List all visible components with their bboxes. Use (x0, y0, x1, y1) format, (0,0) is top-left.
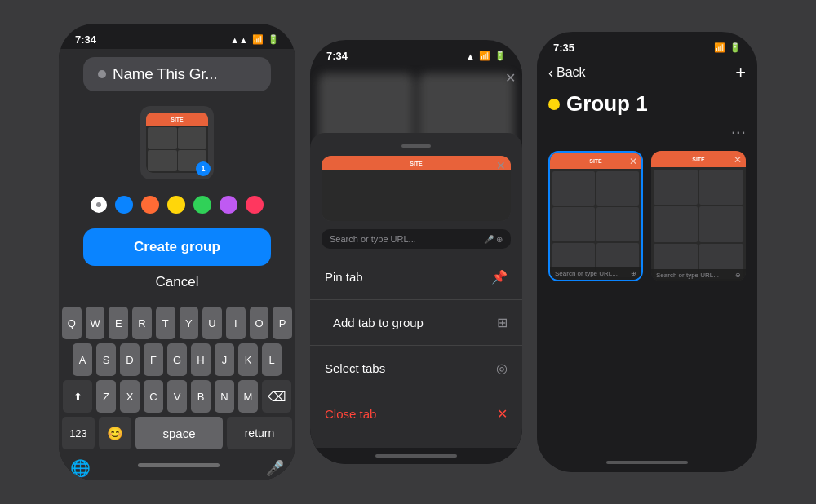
sheet-handle (401, 144, 431, 148)
keyboard-row-2: A S D F G H J K L (62, 343, 292, 376)
tab-card-1[interactable]: SITE Search or type URL... ⊕ ✕ (548, 151, 643, 281)
key-g[interactable]: G (167, 343, 187, 376)
more-options-button[interactable]: ··· (548, 122, 746, 143)
color-option-yellow[interactable] (167, 196, 185, 214)
key-return[interactable]: return (227, 417, 292, 449)
site-label: SITE (171, 117, 184, 122)
group-name-input[interactable]: Name This Gr... (83, 57, 271, 91)
home-bar-line-2 (375, 454, 457, 458)
add-button[interactable]: + (735, 62, 746, 83)
name-dot (98, 70, 106, 78)
key-w[interactable]: W (86, 307, 105, 339)
key-b[interactable]: B (191, 380, 211, 413)
key-x[interactable]: X (120, 380, 140, 413)
mic-icon[interactable]: 🎤 (266, 459, 284, 477)
tab2-close[interactable]: ✕ (734, 154, 742, 166)
menu-item-pin[interactable]: Pin tab 📌 (310, 259, 522, 294)
key-f[interactable]: F (144, 343, 163, 376)
url-bar[interactable]: Search or type URL... 🎤 ⊕ (322, 229, 511, 249)
key-delete[interactable]: ⌫ (262, 380, 291, 413)
select-icon: ◎ (496, 360, 508, 376)
signal-icon-1: ▲▲ (230, 35, 248, 45)
ctx-tab-header: SITE (322, 156, 511, 170)
close-tab-label: Close tab (325, 407, 376, 421)
key-c[interactable]: C (144, 380, 163, 413)
tab1-controls: ⊕ (631, 270, 636, 277)
globe-icon[interactable]: 🌐 (70, 458, 91, 478)
key-h[interactable]: H (191, 343, 211, 376)
key-shift[interactable]: ⬆ (63, 380, 92, 413)
key-space[interactable]: space (135, 417, 223, 449)
key-j[interactable]: J (215, 343, 234, 376)
key-e[interactable]: E (109, 307, 128, 339)
group-title: Group 1 (566, 91, 648, 117)
status-icons-2: ▲ 📶 🔋 (466, 51, 506, 61)
context-close-button[interactable]: ✕ (505, 70, 516, 86)
key-numbers[interactable]: 123 (62, 417, 95, 449)
home-bar-1 (138, 463, 220, 467)
tab2-controls: ⊕ (735, 272, 741, 279)
keyboard-row-1: Q W E R T Y U I O P (62, 307, 292, 339)
time-1: 7:34 (75, 33, 96, 46)
time-3: 7:35 (553, 42, 574, 54)
key-v[interactable]: V (167, 380, 187, 413)
create-group-button[interactable]: Create group (83, 228, 271, 266)
key-q[interactable]: Q (62, 307, 82, 339)
tab-close-icon[interactable]: ✕ (496, 159, 506, 172)
wifi-icon-2: 📶 (479, 51, 490, 61)
color-option-purple[interactable] (220, 196, 237, 214)
key-m[interactable]: M (238, 380, 258, 413)
menu-item-select[interactable]: Select tabs ◎ (310, 351, 522, 386)
key-emoji[interactable]: 😊 (99, 417, 131, 449)
pin-icon: 📌 (491, 269, 508, 285)
tab1-cell (596, 207, 639, 241)
key-d[interactable]: D (120, 343, 140, 376)
add-group-icon: ⊞ (497, 315, 508, 330)
color-option-blue[interactable] (115, 196, 133, 214)
key-t[interactable]: T (156, 307, 175, 339)
battery-icon-3: 🔋 (730, 42, 741, 53)
key-s[interactable]: S (96, 343, 116, 376)
key-o[interactable]: O (250, 307, 269, 339)
tab1-close[interactable]: ✕ (629, 156, 637, 167)
menu-item-close[interactable]: Close tab ✕ (310, 396, 522, 431)
key-a[interactable]: A (73, 343, 92, 376)
color-option-orange[interactable] (141, 196, 159, 214)
tab1-cell (552, 207, 595, 241)
tab2-cell (699, 170, 743, 205)
key-i[interactable]: I (226, 307, 246, 339)
tab-card-2-body (651, 167, 746, 281)
color-option-pink[interactable] (246, 196, 264, 214)
cancel-button[interactable]: Cancel (156, 274, 199, 290)
color-option-green[interactable] (193, 196, 211, 214)
status-icons-3: 📶 🔋 (714, 42, 741, 53)
tab2-site: SITE (692, 157, 705, 162)
name-placeholder: Name This Gr... (113, 65, 217, 83)
key-y[interactable]: Y (180, 307, 199, 339)
tab1-cell (552, 171, 595, 206)
tab1-url: Search or type URL... (555, 270, 628, 277)
key-p[interactable]: P (273, 307, 292, 339)
group-nav-bar: ‹ Back + (548, 57, 746, 88)
tab-preview-header: SITE (146, 113, 208, 126)
back-button[interactable]: ‹ Back (548, 64, 586, 82)
tab-card-1-header: SITE (550, 153, 641, 169)
key-r[interactable]: R (132, 307, 152, 339)
menu-item-add-group[interactable]: Add tab to group ⊞ (310, 305, 522, 340)
keyboard: Q W E R T Y U I O P A S D F G H J K L (59, 302, 295, 480)
tab-card-2[interactable]: SITE Search or type URL... ⊕ ✕ (651, 151, 746, 281)
wifi-icon-3: 📶 (714, 42, 725, 53)
key-n[interactable]: N (215, 380, 234, 413)
white-dot-inner (96, 202, 101, 207)
key-u[interactable]: U (202, 307, 222, 339)
key-k[interactable]: K (238, 343, 258, 376)
key-l[interactable]: L (262, 343, 282, 376)
key-z[interactable]: Z (96, 380, 116, 413)
select-tabs-label: Select tabs (325, 361, 385, 375)
color-option-white[interactable] (91, 197, 107, 213)
status-bar-1: 7:34 ▲▲ 📶 🔋 (59, 24, 295, 49)
ctx-site-label: SITE (410, 161, 423, 166)
phone-group-view: 7:35 📶 🔋 ‹ Back + Group 1 ··· SITE (537, 32, 757, 472)
tab-count-badge: 1 (196, 161, 211, 176)
home-bar-2 (310, 448, 522, 464)
